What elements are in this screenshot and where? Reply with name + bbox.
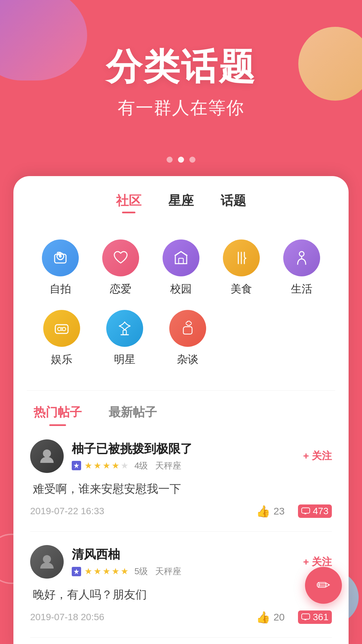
post-1-follow-btn[interactable]: + 关注 [303,449,332,463]
tab-bar: 社区 星座 话题 [13,176,349,223]
svg-rect-17 [302,508,310,513]
dot-3 [189,157,195,163]
dots-indicator [0,157,362,163]
post-2-stars: ★ ★ ★ ★ ★ [84,566,128,577]
post-tab-new[interactable]: 最新帖子 [109,404,157,426]
category-life-icon [283,239,320,276]
post-1-username: 柚子已被挑拨到极限了 [72,441,295,457]
tab-zodiac[interactable]: 星座 [168,192,194,212]
post-2-content: 晚好，有人吗？朋友们 [30,585,332,603]
hero-subtitle: 有一群人在等你 [20,96,342,120]
post-1-avatar-img [30,439,64,473]
post-1-stars: ★ ★ ★ ★ ★ [84,461,128,471]
category-campus[interactable]: 校园 [151,236,211,300]
post-2-footer: 2019-07-18 20:56 👍 20 361 [30,610,332,624]
svg-point-10 [58,327,61,331]
category-love-label: 恋爱 [110,282,131,297]
category-entertainment-label: 娱乐 [51,352,72,367]
post-2-comment-count: 361 [313,612,328,623]
fab-button[interactable]: ✏ [305,567,342,604]
category-love-icon [102,239,139,276]
category-food-icon [223,239,260,276]
category-food[interactable]: 美食 [211,236,272,300]
post-1-level-badge [72,461,81,470]
svg-point-7 [299,252,304,256]
category-selfie[interactable]: 自拍 [30,236,90,300]
hero-section: 分类话题 有一群人在等你 [0,0,362,140]
post-1-like-icon: 👍 [256,504,270,518]
post-2-actions: 👍 20 361 [256,610,332,624]
category-chat[interactable]: 杂谈 [156,307,219,370]
dot-1 [167,157,173,163]
post-2-meta: ★ ★ ★ ★ ★ 5级 天秤座 [72,566,295,577]
post-1-avatar[interactable] [30,439,64,473]
section-divider [27,390,335,391]
category-love[interactable]: 恋爱 [90,236,151,300]
category-star[interactable]: 明星 [93,307,156,370]
category-selfie-icon [42,239,79,276]
category-star-icon [106,310,143,347]
post-2-user-info: 清风西柚 ★ ★ ★ ★ ★ [72,546,295,577]
category-entertainment-icon [43,310,80,347]
post-1-actions: 👍 23 473 [256,504,332,518]
post-2-level-badge [72,567,81,576]
post-2-like-count: 20 [274,611,285,623]
post-1-comments[interactable]: 473 [298,504,332,518]
svg-rect-4 [179,258,183,264]
category-chat-icon [169,310,206,347]
post-item-2: 清风西柚 ★ ★ ★ ★ ★ [30,532,332,637]
post-1-level: 4级 天秤座 [134,460,181,472]
post-1-content: 难受啊，谁来安慰安慰我一下 [30,480,332,498]
post-1-likes[interactable]: 👍 23 [256,504,285,518]
post-tab-bar: 热门帖子 最新帖子 [13,397,349,426]
svg-rect-19 [302,614,310,619]
post-1-header: 柚子已被挑拨到极限了 ★ ★ ★ ★ ★ [30,439,332,473]
post-2-level: 5级 天秤座 [134,566,181,577]
category-row-2: 娱乐 明星 [30,307,332,370]
tab-topic[interactable]: 话题 [221,192,246,212]
post-tab-hot[interactable]: 热门帖子 [34,404,82,426]
post-1-like-count: 23 [274,505,285,517]
dot-2 [178,157,184,163]
svg-rect-9 [55,325,68,333]
post-2-avatar-img [30,545,64,579]
category-food-label: 美食 [231,282,252,297]
post-2-follow-btn[interactable]: + 关注 [303,555,332,569]
tab-community[interactable]: 社区 [116,192,141,212]
post-1-footer: 2019-07-22 16:33 👍 23 473 [30,504,332,518]
category-campus-icon [163,239,199,276]
post-1-time: 2019-07-22 16:33 [30,506,104,517]
post-2-header: 清风西柚 ★ ★ ★ ★ ★ [30,545,332,579]
category-life-label: 生活 [291,282,312,297]
category-chat-label: 杂谈 [177,352,198,367]
category-entertainment[interactable]: 娱乐 [30,307,93,370]
fab-icon: ✏ [316,576,330,595]
main-card: 社区 星座 话题 自拍 [13,176,349,644]
post-2-username: 清风西柚 [72,546,295,563]
post-2-comment-icon-wrap: 361 [298,610,332,624]
post-1-comment-count: 473 [313,506,328,517]
post-2-like-icon: 👍 [256,610,270,624]
post-1-user-info: 柚子已被挑拨到极限了 ★ ★ ★ ★ ★ [72,441,295,472]
post-list: 柚子已被挑拨到极限了 ★ ★ ★ ★ ★ [13,426,349,638]
category-grid: 自拍 恋爱 校园 [13,223,349,384]
post-item-1: 柚子已被挑拨到极限了 ★ ★ ★ ★ ★ [30,426,332,532]
category-selfie-label: 自拍 [50,282,71,297]
svg-point-18 [43,555,51,563]
category-star-label: 明星 [114,352,135,367]
post-2-comments[interactable]: 361 [298,610,332,624]
post-1-comment-icon-wrap: 473 [298,504,332,518]
post-2-likes[interactable]: 👍 20 [256,610,285,624]
post-2-avatar[interactable] [30,545,64,579]
svg-point-11 [62,327,66,331]
hero-title: 分类话题 [20,47,342,87]
post-2-time: 2019-07-18 20:56 [30,612,104,623]
category-row-1: 自拍 恋爱 校园 [30,236,332,300]
category-campus-label: 校园 [170,282,192,297]
post-1-meta: ★ ★ ★ ★ ★ 4级 天秤座 [72,460,295,472]
category-life[interactable]: 生活 [272,236,332,300]
svg-point-16 [43,449,51,458]
